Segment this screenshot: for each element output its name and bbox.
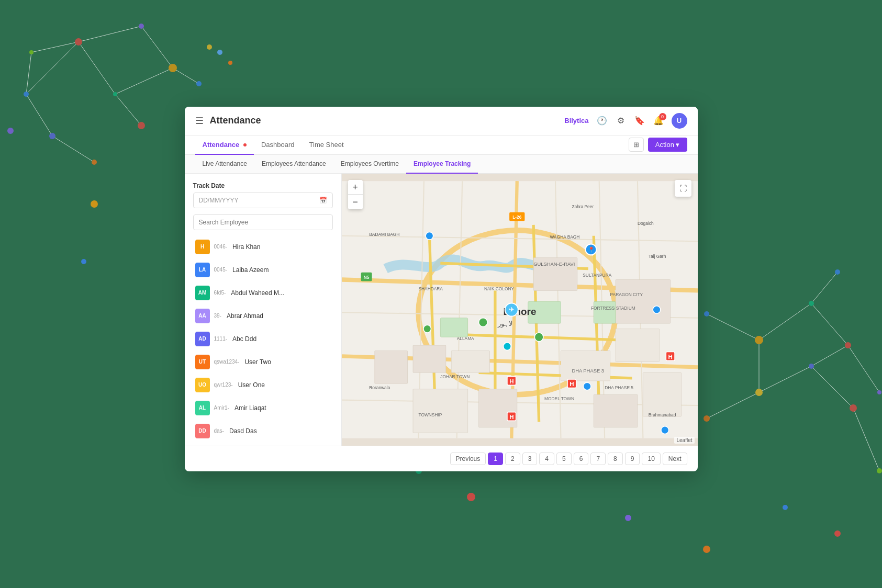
- nav-actions: ⊞ Action ▾: [629, 138, 687, 152]
- svg-point-16: [49, 133, 55, 139]
- employee-avatar: H: [195, 240, 210, 254]
- svg-point-125: [426, 232, 433, 240]
- svg-point-15: [113, 92, 117, 96]
- employee-item[interactable]: UT qswa1234- User Two: [193, 352, 333, 372]
- svg-text:N5: N5: [363, 275, 369, 280]
- date-placeholder: DD/MM/YYYY: [199, 197, 239, 204]
- action-button[interactable]: Action ▾: [648, 138, 687, 152]
- svg-line-4: [79, 42, 115, 94]
- gear-icon[interactable]: ⚙: [615, 115, 627, 127]
- svg-point-44: [877, 468, 882, 473]
- subtab-employee-tracking[interactable]: Employee Tracking: [406, 155, 478, 174]
- zoom-out-button[interactable]: −: [348, 195, 363, 209]
- employee-item[interactable]: UO qwr123- User One: [193, 375, 333, 395]
- svg-point-129: [503, 342, 511, 350]
- svg-point-52: [625, 515, 631, 521]
- zoom-in-button[interactable]: +: [348, 180, 363, 195]
- svg-rect-79: [561, 350, 610, 381]
- nav-tabs: Attendance Dashboard Time Sheet ⊞ Action…: [185, 135, 698, 155]
- employee-item[interactable]: AD 1111- Abc Ddd: [193, 329, 333, 349]
- app-title: Attendance: [210, 115, 565, 126]
- page-4-button[interactable]: 4: [539, 453, 554, 465]
- svg-text:📍: 📍: [587, 246, 595, 253]
- employee-list: H 0046- Hira Khan LA 0045- Laiba Azeem A…: [193, 236, 333, 442]
- subtab-live-attendance[interactable]: Live Attendance: [195, 155, 254, 174]
- map-expand-button[interactable]: ⛶: [675, 180, 691, 197]
- svg-rect-84: [478, 389, 517, 427]
- svg-point-17: [92, 160, 97, 165]
- avatar[interactable]: U: [672, 113, 687, 129]
- employee-name: Laiba Azeem: [232, 266, 269, 274]
- subtab-employees-overtime[interactable]: Employees Overtime: [333, 155, 406, 174]
- tab-attendance[interactable]: Attendance: [195, 135, 254, 155]
- page-1-button[interactable]: 1: [488, 453, 503, 465]
- svg-point-19: [138, 122, 145, 129]
- svg-line-2: [141, 26, 173, 68]
- next-button[interactable]: Next: [663, 453, 687, 465]
- employee-item[interactable]: AL Amir1- Amir Liaqat: [193, 398, 333, 419]
- leaflet-credit: Leaflet: [674, 437, 694, 444]
- subtab-employees-attendance[interactable]: Employees Attendance: [254, 155, 333, 174]
- employee-item[interactable]: DD das- Dasd Das: [193, 421, 333, 442]
- employee-code: das-: [214, 428, 224, 434]
- svg-line-33: [853, 408, 879, 471]
- calendar-icon: 📅: [319, 197, 327, 204]
- svg-point-55: [834, 530, 841, 537]
- page-5-button[interactable]: 5: [556, 453, 572, 465]
- svg-text:BADAMI BAGH: BADAMI BAGH: [369, 231, 399, 236]
- filter-button[interactable]: ⊞: [629, 138, 644, 152]
- svg-point-40: [809, 364, 814, 369]
- tab-timesheet[interactable]: Time Sheet: [302, 135, 351, 155]
- svg-point-34: [704, 311, 709, 316]
- search-input[interactable]: [193, 214, 333, 230]
- svg-text:Brahmanabad: Brahmanabad: [648, 412, 676, 417]
- svg-point-35: [755, 336, 763, 344]
- tab-dashboard[interactable]: Dashboard: [254, 135, 302, 155]
- svg-text:NAIK COLONY: NAIK COLONY: [484, 286, 515, 291]
- page-2-button[interactable]: 2: [505, 453, 520, 465]
- employee-code: 6fd5-: [214, 290, 226, 296]
- svg-text:لاہور: لاہور: [497, 320, 512, 328]
- page-6-button[interactable]: 6: [574, 453, 589, 465]
- svg-line-9: [115, 94, 141, 126]
- svg-point-18: [29, 50, 34, 54]
- employee-item[interactable]: H 0046- Hira Khan: [193, 236, 333, 257]
- svg-text:ALLAMA: ALLAMA: [456, 335, 474, 341]
- svg-point-115: [534, 332, 543, 341]
- employee-avatar: AM: [195, 286, 210, 300]
- svg-rect-81: [643, 372, 681, 416]
- employee-name: Abdul Waheed M...: [231, 289, 284, 297]
- previous-button[interactable]: Previous: [450, 453, 486, 465]
- menu-icon[interactable]: ☰: [195, 115, 204, 127]
- svg-line-32: [811, 366, 853, 408]
- clock-icon[interactable]: 🕐: [596, 115, 608, 127]
- svg-text:WAGHA BAGH: WAGHA BAGH: [550, 234, 579, 240]
- page-8-button[interactable]: 8: [608, 453, 623, 465]
- employee-code: qwr123-: [214, 382, 233, 388]
- page-7-button[interactable]: 7: [590, 453, 606, 465]
- svg-rect-83: [616, 329, 660, 361]
- page-9-button[interactable]: 9: [625, 453, 640, 465]
- svg-point-12: [75, 38, 82, 46]
- svg-text:FORTRESS STADIUM: FORTRESS STADIUM: [591, 306, 635, 311]
- svg-rect-82: [616, 279, 671, 323]
- employee-item[interactable]: AM 6fd5- Abdul Waheed M...: [193, 282, 333, 303]
- svg-text:JOHAR TOWN: JOHAR TOWN: [440, 374, 470, 379]
- bell-icon[interactable]: 🔔 0: [653, 115, 664, 127]
- zoom-controls: + −: [348, 180, 363, 209]
- bookmark-icon[interactable]: 🔖: [634, 115, 645, 127]
- map-area: Lahore لاہور GULSHAN-E-RAVI ALLAMA DHA P…: [342, 174, 698, 446]
- employee-name: User One: [238, 381, 265, 389]
- svg-line-8: [26, 52, 31, 94]
- brand-label: Bilytica: [564, 117, 588, 125]
- sub-tabs: Live Attendance Employees Attendance Emp…: [185, 155, 698, 174]
- svg-text:H: H: [668, 354, 672, 360]
- svg-line-6: [52, 136, 94, 162]
- header: ☰ Attendance Bilytica 🕐 ⚙ 🔖 🔔 0 U: [185, 107, 698, 135]
- employee-item[interactable]: AA 39- Abrar Ahmad: [193, 306, 333, 326]
- page-3-button[interactable]: 3: [522, 453, 538, 465]
- employee-item[interactable]: LA 0045- Laiba Azeem: [193, 259, 333, 280]
- svg-line-27: [759, 366, 811, 392]
- page-10-button[interactable]: 10: [642, 453, 660, 465]
- date-input[interactable]: DD/MM/YYYY 📅: [193, 193, 333, 208]
